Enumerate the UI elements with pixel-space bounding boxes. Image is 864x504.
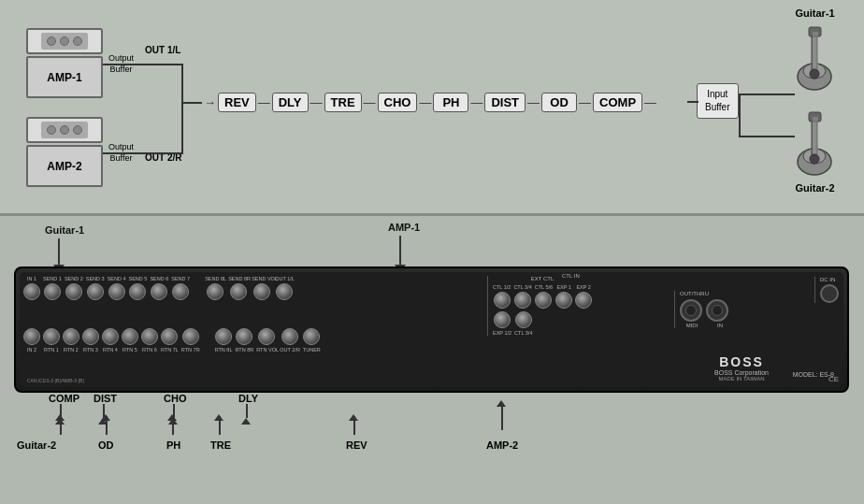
line-ibuf-split [739,94,741,136]
rev-annotation: REV [346,439,367,451]
out1l-label: OUT 1/L [145,45,180,55]
od-arrow-head [101,414,110,421]
od-label: OD [98,439,114,451]
ce-mark: CE [828,375,839,383]
midi-in-connector[interactable] [706,299,728,322]
svg-point-7 [810,69,819,79]
amp1-unit: AMP-1 [26,28,103,98]
jack-tuner[interactable]: TUNER [303,328,321,353]
boss-company-name: BOSS Corporation [714,369,769,376]
jack-rtn7l[interactable]: RTN 7L [161,328,179,353]
midi-in-label: IN [708,323,732,328]
guitar2-label: Guitar-2 [789,182,841,194]
jack-send3[interactable]: SEND 3 [86,276,105,300]
jack-ctl-in-34[interactable]: CTL 3/4 [514,311,532,336]
rev-label: REV [346,439,367,451]
jack-rtn5[interactable]: RTN 5 [122,328,138,353]
jack-rtn6[interactable]: RTN 6 [141,328,158,353]
jack-out2r[interactable]: OUT 2/R [280,328,300,353]
jack-send8l[interactable]: SEND 8L [205,276,225,300]
effect-ph: PH [433,93,468,112]
rev-arrow-head [349,414,358,421]
ctl-in-label: CTL IN [562,273,580,279]
svg-point-15 [810,154,819,164]
section-divider [0,213,864,216]
line-ibuf-g1 [739,94,795,95]
amp2-unit: AMP-2 [26,117,103,187]
jack-rtn8r[interactable]: RTN 8R [235,328,253,353]
ext-ctl-section: EXT CTL CTL 1/2 CTL 3/4 CTL 5/6 [487,276,592,336]
dc-in-label: DC IN [820,277,839,282]
made-in: MADE IN TAIWAN [714,376,769,382]
midi-section: OUT/THRU MIDI IN [674,291,732,328]
od-annotation: OD [98,439,114,451]
line-ibuf-g2 [739,136,795,137]
jack-exp12[interactable]: EXP 1/2 [493,311,511,336]
guitar1-area: Guitar-1 [789,7,841,94]
jack-send1[interactable]: SEND 1 [43,276,62,300]
midi-out-connector[interactable] [680,299,702,322]
amp2-annotation: AMP-2 [486,439,518,451]
jack-sendvol[interactable]: SEND VOL [252,276,272,300]
jack-rtn7r[interactable]: RTN 7R [181,328,200,353]
hardware-section: Guitar-1 AMP-1 IN 1 SEND 1 SEND 2 SEND 3… [0,220,864,504]
effect-tre: TRE [324,93,362,112]
jack-send4[interactable]: SEND 4 [108,276,126,300]
jack-in2[interactable]: IN 2 [23,328,40,353]
jack-rtn8l[interactable]: RTN 8L [215,328,233,353]
jack-rtn2[interactable]: RTN 2 [63,328,79,353]
effect-od: OD [541,93,577,112]
jack-ctl34[interactable]: CTL 3/4 [513,284,531,309]
jack-in1[interactable]: IN 1 [23,276,40,300]
effect-rev: REV [218,93,256,112]
jack-ctl12[interactable]: CTL 1/2 [493,284,511,309]
tre-annotation: TRE [210,439,231,451]
guitar2-arrow-head [55,414,65,421]
effect-cho: CHO [378,93,418,112]
jack-ctl56[interactable]: CTL 5/6 [535,284,553,309]
boss-logo: BOSS [714,354,769,369]
top-jack-row: IN 1 SEND 1 SEND 2 SEND 3 SEND 4 SEND 5 … [23,276,295,300]
guitar2-area: Guitar-2 [789,108,841,194]
jack-rtnvol[interactable]: RTN VOL [256,328,277,353]
dist-label: DIST [94,393,117,404]
amp2-label: AMP-2 [47,160,81,173]
line-amp1-chain [103,64,182,65]
jack-send7[interactable]: SEND 7 [171,276,190,300]
svg-rect-10 [812,117,817,156]
input-buffer: Input Buffer [697,83,739,119]
amp2-arrow-head [497,400,506,407]
signal-flow-diagram: AMP-1 AMP-2 Output Buffer Output Buffer … [0,0,864,215]
effect-dist: DIST [484,93,526,112]
line-comp-ibuf [687,101,698,103]
dly-arrow-line [246,404,248,418]
ph-annotation: PH [166,439,180,451]
compliance-text: CAN ICES-3 (B)/NMB-3 (B) [27,378,84,383]
dc-connector[interactable] [820,284,839,303]
amp2-bottom-label: AMP-2 [486,439,518,451]
svg-rect-11 [809,112,821,122]
effect-comp: COMP [593,93,642,112]
jack-out1l[interactable]: OUT 1/L [275,276,295,300]
hardware-unit: IN 1 SEND 1 SEND 2 SEND 3 SEND 4 SEND 5 … [14,266,849,393]
jack-send6[interactable]: SEND 6 [150,276,168,300]
dly-annotation: DLY [238,393,258,425]
jack-exp2[interactable]: EXP 2 [575,284,592,309]
midi-out-label: MIDI [680,323,704,328]
jack-send5[interactable]: SEND 5 [129,276,148,300]
jack-exp1[interactable]: EXP 1 [555,284,572,309]
jack-rtn3[interactable]: RTN 3 [82,328,99,353]
dly-label: DLY [238,393,258,404]
jack-send8r[interactable]: SEND 8R [228,276,249,300]
jack-rtn1[interactable]: RTN 1 [43,328,60,353]
signal-chain: → REV — DLY — TRE — CHO — PH — DIST — OD… [183,93,658,112]
dc-in-section: DC IN [814,277,839,303]
arrow-amp1-down [399,236,401,266]
boss-corporation: BOSS BOSS Corporation MADE IN TAIWAN [714,354,769,382]
guitar1-bottom-label: Guitar-1 [45,224,84,236]
bottom-jack-row: IN 2 RTN 1 RTN 2 RTN 3 RTN 4 RTN 5 RTN 6… [23,328,321,353]
guitar2-annotation: Guitar-2 [17,439,56,451]
jack-rtn4[interactable]: RTN 4 [102,328,119,353]
jack-send2[interactable]: SEND 2 [65,276,83,300]
guitar1-label: Guitar-1 [789,7,841,19]
